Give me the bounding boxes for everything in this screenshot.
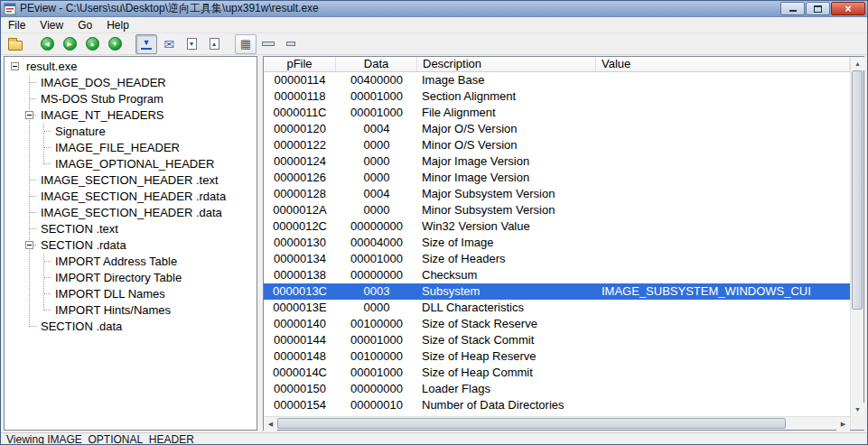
nav-back-button[interactable]: ◀ <box>36 34 58 54</box>
nav-down-button[interactable]: ▼ <box>104 34 126 54</box>
scroll-down-button[interactable]: ▼ <box>851 403 864 416</box>
page-up-button[interactable]: ▲ <box>203 34 225 54</box>
minimize-button[interactable] <box>780 2 805 15</box>
tree-item-image-file-header[interactable]: IMAGE_FILE_HEADER <box>7 140 257 156</box>
table-row[interactable]: 000001240000Major Image Version <box>264 153 850 170</box>
tree-item-result-exe[interactable]: result.exe <box>7 59 257 75</box>
tree-guide <box>22 156 36 172</box>
tree-item-import-hints-names[interactable]: IMPORT Hints/Names <box>7 302 257 319</box>
table-row[interactable]: 0000014400001000Size of Stack Commit <box>264 332 850 348</box>
column-header-pfile[interactable]: pFile <box>264 57 336 71</box>
menu-help[interactable]: Help <box>99 17 136 33</box>
vertical-scroll-track[interactable] <box>851 70 863 403</box>
expand-box-icon[interactable] <box>11 62 19 70</box>
tree-connector <box>36 156 51 172</box>
view-wide-bar-button[interactable] <box>257 34 279 54</box>
tree-guide <box>22 254 36 270</box>
column-header-value[interactable]: Value <box>596 57 850 71</box>
tree-guide <box>7 286 22 302</box>
menu-file[interactable]: File <box>1 17 33 33</box>
maximize-button[interactable] <box>806 2 830 15</box>
view-grid-button[interactable]: ▦ <box>235 34 257 54</box>
horizontal-scroll-track[interactable] <box>277 417 836 430</box>
table-row[interactable]: 000001220000Minor O/S Version <box>264 137 850 153</box>
vertical-scroll-thumb[interactable] <box>852 70 863 310</box>
scroll-left-button[interactable]: ◀ <box>264 417 277 431</box>
cell-description: Size of Heap Commit <box>417 365 596 381</box>
tree-item-section-rdata[interactable]: SECTION .rdata <box>7 237 257 254</box>
tree-guide <box>22 270 36 286</box>
horizontal-scrollbar[interactable]: ◀ ▶ <box>264 416 850 430</box>
cell-description: Major O/S Version <box>417 121 596 137</box>
view-short-bar-button[interactable] <box>280 34 302 54</box>
nav-up-button[interactable]: ▲ <box>81 34 103 54</box>
table-row[interactable]: 0000011C00001000File Alignment <box>264 105 850 121</box>
cell-data: 0000 <box>336 300 417 316</box>
tree-connector <box>36 270 51 286</box>
tree-item-import-directory-table[interactable]: IMPORT Directory Table <box>7 270 257 286</box>
table-row[interactable]: 0000012A0000Minor Subsystem Version <box>264 202 850 218</box>
tree-item-signature[interactable]: Signature <box>7 124 257 140</box>
column-header-description[interactable]: Description <box>417 57 596 71</box>
cell-pfile: 00000138 <box>264 267 336 283</box>
green-circle-arrow-left-icon: ◀ <box>41 37 54 51</box>
table-row[interactable]: 0000014000100000Size of Stack Reserve <box>264 316 850 332</box>
tree-item-import-dll-names[interactable]: IMPORT DLL Names <box>7 286 257 302</box>
table-row[interactable]: 0000012C00000000Win32 Version Value <box>264 218 850 235</box>
goto-end-button[interactable]: ▼ <box>135 34 157 54</box>
table-row[interactable]: 0000013800000000Checksum <box>264 267 850 283</box>
table-row[interactable]: 000001200004Major O/S Version <box>264 121 850 137</box>
close-button[interactable]: × <box>831 2 865 15</box>
tree-guide <box>7 75 22 91</box>
tree-guide <box>7 319 22 335</box>
cell-pfile: 00000122 <box>264 137 336 153</box>
tree-item-section-data[interactable]: SECTION .data <box>7 319 257 335</box>
table-row[interactable]: 0000014800100000Size of Heap Reserve <box>264 348 850 365</box>
mail-button[interactable]: ✉ <box>158 34 180 54</box>
nav-forward-button[interactable]: ▶ <box>59 34 80 54</box>
cell-data: 00400000 <box>336 72 417 88</box>
tree-item-label: IMPORT Hints/Names <box>53 303 173 318</box>
tree-item-image-dos-header[interactable]: IMAGE_DOS_HEADER <box>7 75 257 91</box>
table-row[interactable]: 0000013400001000Size of Headers <box>264 251 850 267</box>
scroll-up-button[interactable]: ▲ <box>851 57 864 70</box>
table-row[interactable]: 0000015000000000Loader Flags <box>264 381 850 397</box>
table-row[interactable]: 0000011800001000Section Alignment <box>264 88 850 105</box>
expand-box-icon[interactable] <box>25 111 33 119</box>
cell-pfile: 00000148 <box>264 348 336 365</box>
tree-item-import-address-table[interactable]: IMPORT Address Table <box>7 254 257 270</box>
tree-item-image-nt-headers[interactable]: IMAGE_NT_HEADERS <box>7 107 257 124</box>
page-down-button[interactable]: ▼ <box>181 34 202 54</box>
tree-connector <box>7 59 22 75</box>
expand-box-icon[interactable] <box>25 241 33 249</box>
table-row[interactable]: 0000013E0000DLL Characteristics <box>264 300 850 316</box>
tree-pane: result.exeIMAGE_DOS_HEADERMS-DOS Stub Pr… <box>4 56 257 431</box>
cell-data: 00001000 <box>336 105 417 121</box>
tree-item-image-section-header-data[interactable]: IMAGE_SECTION_HEADER .data <box>7 205 257 221</box>
tree-item-label: result.exe <box>24 60 79 74</box>
scroll-right-button[interactable]: ▶ <box>836 417 850 431</box>
open-button[interactable] <box>5 34 26 54</box>
envelope-icon: ✉ <box>163 37 174 51</box>
tree-item-image-section-header-text[interactable]: IMAGE_SECTION_HEADER .text <box>7 172 257 189</box>
menu-view[interactable]: View <box>33 17 70 33</box>
column-header-data[interactable]: Data <box>336 57 417 71</box>
cell-data: 0000 <box>336 137 417 153</box>
main-area: result.exeIMAGE_DOS_HEADERMS-DOS Stub Pr… <box>1 55 867 432</box>
table-row[interactable]: 000001280004Major Subsystem Version <box>264 186 850 202</box>
table-row[interactable]: 0000015400000010Number of Data Directori… <box>264 397 850 413</box>
tree-item-image-section-header-rdata[interactable]: IMAGE_SECTION_HEADER .rdata <box>7 189 257 205</box>
tree-item-image-optional-header[interactable]: IMAGE_OPTIONAL_HEADER <box>7 156 257 172</box>
vertical-scrollbar[interactable]: ▲ ▼ <box>850 57 863 430</box>
tree-guide <box>7 172 22 189</box>
table-row[interactable]: 0000013C0003SubsystemIMAGE_SUBSYSTEM_WIN… <box>264 283 850 300</box>
table-row[interactable]: 0000013000004000Size of Image <box>264 235 850 251</box>
table-row[interactable]: 0000011400400000Image Base <box>264 72 850 88</box>
horizontal-scroll-thumb[interactable] <box>277 418 786 429</box>
table-row[interactable]: 000001260000Minor Image Version <box>264 170 850 186</box>
tree-item-label: IMAGE_OPTIONAL_HEADER <box>53 157 216 172</box>
table-row[interactable]: 0000014C00001000Size of Heap Commit <box>264 365 850 381</box>
menu-go[interactable]: Go <box>70 17 99 33</box>
tree-item-ms-dos-stub-program[interactable]: MS-DOS Stub Program <box>7 91 257 107</box>
tree-item-section-text[interactable]: SECTION .text <box>7 221 257 237</box>
